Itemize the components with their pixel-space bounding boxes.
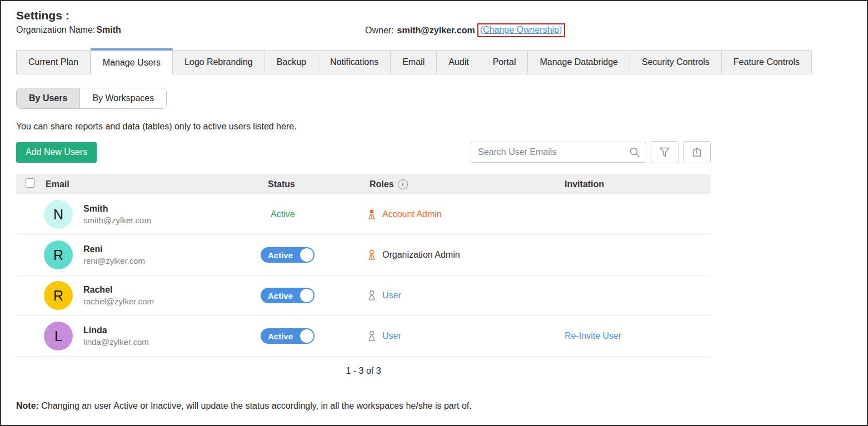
- note-label: Note:: [16, 401, 39, 410]
- tab-logo-rebranding[interactable]: Logo Rebranding: [173, 50, 265, 74]
- by-workspaces-segment[interactable]: By Workspaces: [80, 88, 166, 108]
- role-cell: Organization Admin: [363, 249, 563, 260]
- view-switcher: By Users By Workspaces: [16, 88, 167, 109]
- owner-info: Owner: smith@zylker.com (Change Ownershi…: [365, 23, 565, 37]
- roles-info-icon[interactable]: i: [398, 179, 408, 189]
- user-name: Linda: [83, 325, 149, 335]
- header-checkbox-cell: [16, 178, 44, 190]
- add-new-users-button[interactable]: Add New Users: [16, 142, 97, 163]
- user-email: linda@zylker.com: [83, 337, 149, 347]
- status-cell: Active: [261, 328, 363, 344]
- tab-security-controls[interactable]: Security Controls: [630, 50, 722, 74]
- user-cell: R Rachelrachel@zylker.com: [44, 281, 261, 310]
- roles-header-label: Roles: [370, 179, 394, 189]
- select-all-checkbox[interactable]: [26, 178, 35, 188]
- avatar: L: [44, 322, 73, 350]
- user-email: reni@zylker.com: [83, 256, 145, 265]
- email-column-header: Email: [44, 179, 261, 189]
- user-cell: L Lindalinda@zylker.com: [44, 322, 261, 350]
- role-link[interactable]: User: [382, 290, 401, 300]
- role-label: Account Admin: [382, 209, 442, 219]
- user-cell: R Renireni@zylker.com: [44, 240, 261, 269]
- org-label: Organization Name:: [16, 25, 95, 34]
- status-cell: Active: [261, 288, 363, 303]
- tab-email[interactable]: Email: [391, 50, 437, 74]
- export-icon: [691, 147, 702, 158]
- tab-manage-databridge[interactable]: Manage Databridge: [528, 50, 630, 74]
- pagination-info: 1 - 3 of 3: [16, 357, 711, 385]
- org-name-value: Smith: [96, 25, 121, 34]
- users-table: Email Status Roles i Invitation N Smiths…: [16, 174, 711, 385]
- status-cell: Active: [261, 209, 363, 219]
- roles-column-header: Roles i: [363, 179, 563, 189]
- change-ownership-link[interactable]: (Change Ownership): [480, 25, 562, 34]
- role-link[interactable]: User: [382, 331, 401, 341]
- avatar: R: [44, 240, 73, 269]
- settings-page: { "header": { "title": "Settings :", "or…: [0, 0, 868, 426]
- invitation-column-header: Invitation: [563, 179, 711, 189]
- role-cell: User: [363, 290, 563, 301]
- search-input[interactable]: [471, 142, 646, 163]
- re-invite-user-link[interactable]: Re-Invite User: [565, 331, 621, 340]
- share-info-text: You can share reports and data (tables) …: [16, 122, 711, 132]
- footer-note: Note: Changing an user Active or Inactiv…: [16, 401, 852, 411]
- user-email: smith@zylker.com: [83, 215, 151, 225]
- users-toolbar: Add New Users: [16, 141, 711, 163]
- user-cell: N Smithsmith@zylker.com: [44, 200, 261, 229]
- invitation-cell: Re-Invite User: [563, 331, 711, 341]
- tab-backup[interactable]: Backup: [265, 50, 318, 74]
- user-name: Reni: [83, 244, 145, 254]
- status-toggle[interactable]: Active: [261, 288, 315, 303]
- table-header-row: Email Status Roles i Invitation: [16, 174, 711, 194]
- tab-manage-users[interactable]: Manage Users: [91, 48, 173, 74]
- tab-feature-controls[interactable]: Feature Controls: [722, 50, 812, 74]
- status-cell: Active: [261, 247, 363, 263]
- role-cell: Account Admin: [363, 209, 563, 220]
- status-label: Active: [271, 209, 295, 219]
- table-row: L Lindalinda@zylker.com Active User Re-I…: [16, 316, 711, 357]
- search-box: [471, 142, 646, 163]
- user-name: Rachel: [83, 285, 154, 295]
- filter-button[interactable]: [651, 141, 679, 163]
- toggle-knob: [300, 329, 313, 343]
- tab-notifications[interactable]: Notifications: [318, 50, 391, 74]
- organization-admin-icon: [367, 249, 377, 260]
- role-label: Organization Admin: [382, 250, 460, 260]
- role-cell: User: [363, 330, 563, 342]
- user-email: rachel@zylker.com: [83, 297, 154, 306]
- owner-label: Owner:: [365, 26, 394, 36]
- account-admin-icon: [367, 209, 377, 220]
- tab-current-plan[interactable]: Current Plan: [16, 50, 91, 74]
- toggle-knob: [300, 248, 313, 262]
- page-title: Settings :: [16, 9, 852, 22]
- table-row: R Renireni@zylker.com Active Organizatio…: [16, 235, 711, 275]
- avatar: N: [44, 200, 73, 229]
- status-column-header: Status: [261, 179, 363, 189]
- user-role-icon: [367, 330, 377, 342]
- user-name: Smith: [83, 204, 151, 214]
- settings-tabbar: Current Plan Manage Users Logo Rebrandin…: [16, 48, 812, 74]
- annotation-highlight-box: (Change Ownership): [477, 23, 566, 37]
- toolbar-right-group: [471, 141, 711, 163]
- note-text: Changing an user Active or Inactive, wil…: [41, 401, 471, 410]
- by-users-segment[interactable]: By Users: [17, 88, 80, 108]
- toggle-knob: [300, 289, 313, 302]
- tab-audit[interactable]: Audit: [437, 50, 481, 74]
- owner-email: smith@zylker.com: [397, 26, 475, 36]
- status-toggle[interactable]: Active: [261, 328, 315, 344]
- table-row: R Rachelrachel@zylker.com Active User: [16, 275, 711, 316]
- export-button[interactable]: [683, 141, 711, 163]
- filter-icon: [659, 147, 670, 158]
- user-role-icon: [367, 290, 377, 301]
- table-row: N Smithsmith@zylker.com Active Account A…: [16, 194, 711, 235]
- status-toggle[interactable]: Active: [261, 247, 315, 263]
- tab-portal[interactable]: Portal: [481, 50, 528, 74]
- avatar: R: [44, 281, 73, 310]
- search-icon: [629, 147, 640, 158]
- tab-content: By Users By Workspaces You can share rep…: [1, 74, 726, 385]
